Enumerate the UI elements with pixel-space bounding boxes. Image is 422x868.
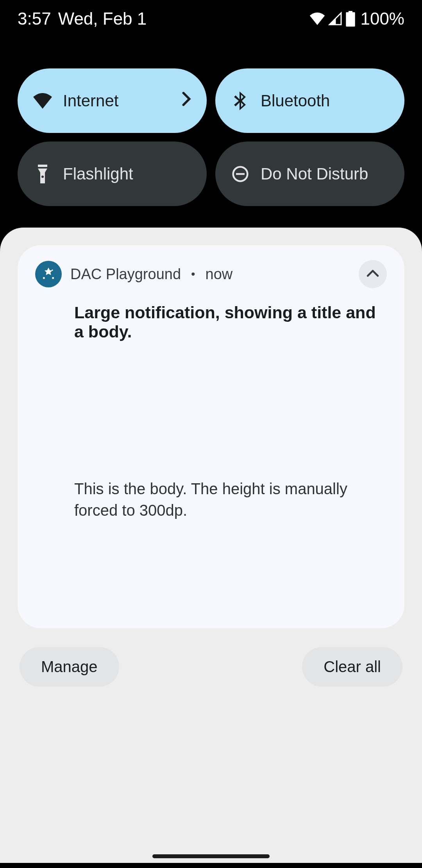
flashlight-icon	[33, 165, 52, 183]
svg-point-4	[52, 269, 53, 271]
notification-app-name: DAC Playground	[70, 266, 181, 283]
cellular-signal-icon	[328, 12, 342, 26]
notification-separator: •	[191, 267, 195, 281]
chevron-right-icon	[182, 91, 191, 110]
notifications-panel[interactable]: DAC Playground • now Large notification,…	[0, 228, 422, 863]
qs-tile-label: Internet	[63, 91, 171, 110]
navigation-bar-handle[interactable]	[152, 854, 270, 858]
notification-time: now	[206, 266, 233, 283]
clear-all-button[interactable]: Clear all	[302, 647, 402, 687]
svg-point-3	[52, 277, 54, 279]
manage-button[interactable]: Manage	[20, 647, 119, 687]
battery-percentage: 100%	[360, 9, 404, 29]
qs-tile-internet[interactable]: Internet	[18, 68, 207, 133]
notification-body: This is the body. The height is manually…	[74, 478, 387, 521]
status-date: Wed, Feb 1	[58, 9, 147, 29]
qs-tile-label: Flashlight	[63, 165, 191, 183]
bluetooth-icon	[231, 91, 250, 110]
notification-actions: Manage Clear all	[18, 647, 404, 687]
notification-card[interactable]: DAC Playground • now Large notification,…	[18, 245, 404, 628]
chevron-up-icon	[367, 269, 379, 279]
qs-tile-flashlight[interactable]: Flashlight	[18, 142, 207, 206]
notification-title: Large notification, showing a title and …	[74, 303, 387, 341]
qs-tile-label: Do Not Disturb	[261, 165, 389, 183]
svg-point-2	[43, 277, 45, 279]
app-icon	[35, 261, 62, 287]
status-bar: 3:57 Wed, Feb 1 100%	[0, 0, 422, 37]
wifi-icon	[309, 13, 325, 25]
status-time: 3:57	[18, 9, 51, 29]
battery-icon	[345, 11, 356, 27]
qs-tile-bluetooth[interactable]: Bluetooth	[215, 68, 404, 133]
collapse-button[interactable]	[359, 260, 387, 288]
status-bar-left: 3:57 Wed, Feb 1	[18, 9, 147, 29]
qs-tile-do-not-disturb[interactable]: Do Not Disturb	[215, 142, 404, 206]
do-not-disturb-icon	[231, 165, 250, 183]
notification-header: DAC Playground • now	[35, 260, 387, 288]
wifi-icon	[33, 91, 52, 110]
status-bar-right: 100%	[309, 9, 404, 29]
qs-tile-label: Bluetooth	[261, 91, 389, 110]
quick-settings-panel: Internet Bluetooth Flashlight Do Not Dis…	[0, 37, 422, 228]
